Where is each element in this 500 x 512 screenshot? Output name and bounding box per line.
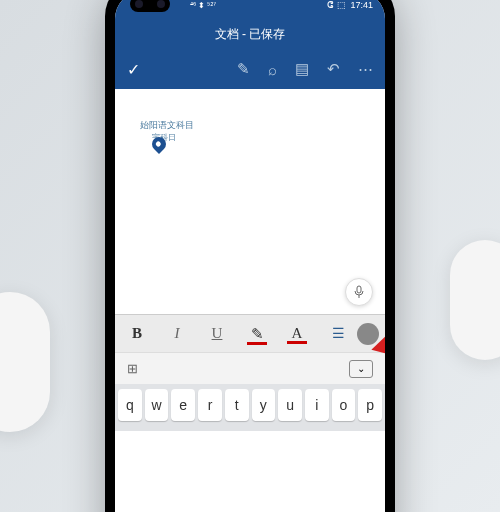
undo-icon[interactable]: ↶ xyxy=(327,60,340,78)
document-title: 文档 - 已保存 xyxy=(215,26,286,43)
keyboard-suggestion-bar: ⊞ ⌄ xyxy=(115,352,385,384)
keyboard-row: q w e r t y u i o p xyxy=(118,389,382,421)
format-toolbar: B I U ✎ A ☰ xyxy=(115,314,385,352)
font-color-button[interactable]: A xyxy=(287,325,307,342)
svg-rect-0 xyxy=(357,286,361,293)
keyboard-switch-icon[interactable]: ⊞ xyxy=(127,361,138,376)
battery-icon: ⬚ xyxy=(337,0,346,10)
italic-button[interactable]: I xyxy=(167,325,187,342)
search-icon[interactable]: ⌕ xyxy=(268,61,277,78)
document-canvas[interactable]: 始阳语文科目 宇科日 xyxy=(115,89,385,314)
pen-icon[interactable]: ✎ xyxy=(237,60,250,78)
key-w[interactable]: w xyxy=(145,389,169,421)
app-toolbar: ✓ ✎ ⌕ ▤ ↶ ⋯ xyxy=(115,49,385,89)
key-i[interactable]: i xyxy=(305,389,329,421)
key-e[interactable]: e xyxy=(171,389,195,421)
confirm-button[interactable]: ✓ xyxy=(127,60,140,79)
key-o[interactable]: o xyxy=(332,389,356,421)
bold-button[interactable]: B xyxy=(127,325,147,342)
clock: 17:41 xyxy=(350,0,373,10)
key-u[interactable]: u xyxy=(278,389,302,421)
document-text-line[interactable]: 宇科日 xyxy=(152,132,360,143)
phone-frame: ⁴⁶ ⬍ ⁵²⁷ ⵛ ⬚ 17:41 文档 - 已保存 ✓ ✎ ⌕ ▤ ↶ ⋯ … xyxy=(105,0,395,512)
app-header: 文档 - 已保存 xyxy=(115,19,385,49)
network-indicator: ⁴⁶ ⬍ ⁵²⁷ xyxy=(190,1,216,10)
background-decoration xyxy=(0,292,50,432)
voice-input-button[interactable] xyxy=(345,278,373,306)
document-icon[interactable]: ▤ xyxy=(295,60,309,78)
mic-icon xyxy=(353,285,365,299)
background-decoration xyxy=(450,240,500,360)
list-button[interactable]: ☰ xyxy=(327,325,347,342)
key-y[interactable]: y xyxy=(252,389,276,421)
key-r[interactable]: r xyxy=(198,389,222,421)
camera-cutout xyxy=(130,0,170,12)
key-q[interactable]: q xyxy=(118,389,142,421)
key-p[interactable]: p xyxy=(358,389,382,421)
highlight-button[interactable]: ✎ xyxy=(247,325,267,343)
key-t[interactable]: t xyxy=(225,389,249,421)
document-text-line[interactable]: 始阳语文科目 xyxy=(140,119,360,132)
keyboard: q w e r t y u i o p xyxy=(115,384,385,431)
underline-button[interactable]: U xyxy=(207,325,227,342)
keyboard-dismiss-button[interactable]: ⌄ xyxy=(349,360,373,378)
bluetooth-icon: ⵛ xyxy=(327,0,333,10)
more-icon[interactable]: ⋯ xyxy=(358,60,373,78)
screen: ⁴⁶ ⬍ ⁵²⁷ ⵛ ⬚ 17:41 文档 - 已保存 ✓ ✎ ⌕ ▤ ↶ ⋯ … xyxy=(115,0,385,512)
